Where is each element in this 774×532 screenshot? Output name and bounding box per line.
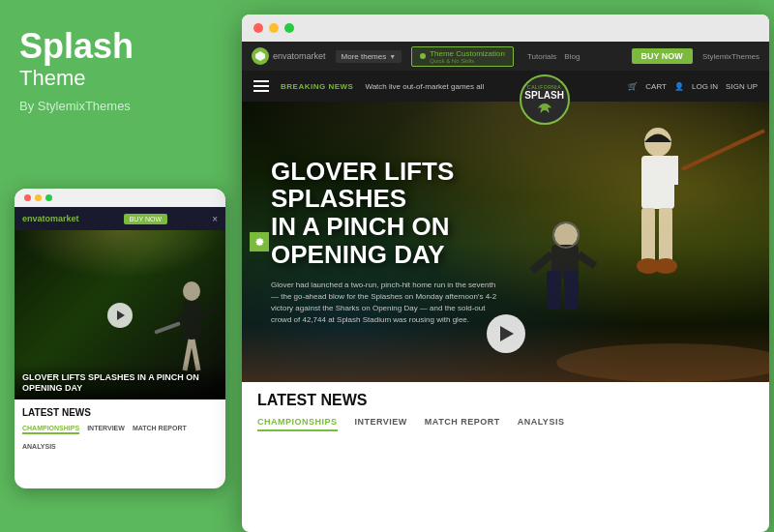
hamburger-line-3 bbox=[253, 90, 269, 92]
svg-point-7 bbox=[556, 343, 769, 382]
cart-label[interactable]: CART bbox=[645, 82, 667, 91]
theme-subtitle: Theme bbox=[19, 66, 218, 91]
svg-rect-17 bbox=[672, 156, 678, 185]
envato-author-label: StylemixThemes bbox=[702, 52, 759, 61]
mobile-play-icon bbox=[117, 310, 125, 320]
mobile-news-tabs: CHAMPIONSHIPS INTERVIEW MATCH REPORT ANA… bbox=[22, 424, 218, 451]
envato-logo: envatomarket bbox=[252, 47, 326, 65]
tab-interview[interactable]: INTERVIEW bbox=[355, 417, 407, 431]
bottom-section: LATEST NEWS CHAMPIONSHIPS INTERVIEW MATC… bbox=[242, 382, 769, 484]
signup-link[interactable]: SIGN UP bbox=[726, 82, 758, 91]
mobile-close-icon[interactable]: × bbox=[212, 214, 218, 224]
tab-match-report[interactable]: MATCH REPORT bbox=[425, 417, 500, 431]
tab-analysis[interactable]: ANALYSIS bbox=[518, 417, 565, 431]
svg-rect-10 bbox=[547, 271, 561, 310]
browser-dot-yellow bbox=[269, 23, 279, 33]
logo-animal-icon bbox=[534, 102, 555, 115]
browser-titlebar bbox=[242, 15, 769, 42]
mobile-latest-news-title: LATEST NEWS bbox=[22, 407, 218, 418]
envato-buy-now-button[interactable]: BUY NOW bbox=[632, 48, 693, 64]
mobile-hero-lights bbox=[15, 230, 225, 279]
mobile-mockup: envatomarket BUY NOW × bbox=[15, 189, 225, 488]
theme-title: Splash bbox=[19, 29, 218, 64]
news-tabs: CHAMPIONSHIPS INTERVIEW MATCH REPORT ANA… bbox=[257, 417, 754, 431]
tab-championships[interactable]: CHAMPIONSHIPS bbox=[257, 417, 338, 431]
svg-rect-19 bbox=[641, 208, 655, 266]
more-themes-dropdown[interactable]: More themes ▼ bbox=[336, 50, 402, 63]
logo-circle: CALIFORNIA SPLASH bbox=[520, 74, 570, 125]
mobile-play-button[interactable] bbox=[107, 303, 133, 328]
customization-label: Theme Customization bbox=[430, 49, 505, 58]
hamburger-menu-icon[interactable] bbox=[253, 80, 269, 92]
hamburger-line-1 bbox=[253, 80, 269, 82]
browser-dot-red bbox=[253, 23, 263, 33]
theme-customization-badge: Theme Customization Quick & No Skills bbox=[411, 46, 514, 67]
svg-line-3 bbox=[200, 308, 216, 317]
more-themes-label: More themes bbox=[342, 52, 387, 61]
browser-mockup: envatomarket More themes ▼ Theme Customi… bbox=[242, 15, 769, 532]
svg-rect-20 bbox=[659, 208, 672, 266]
green-dot-icon bbox=[420, 53, 426, 59]
hero-title: GLOVER LIFTS SPLASHES IN A PINCH ON OPEN… bbox=[271, 158, 503, 268]
svg-line-13 bbox=[579, 254, 595, 266]
login-link[interactable]: LOG IN bbox=[692, 82, 718, 91]
customization-label-group: Theme Customization Quick & No Skills bbox=[430, 49, 505, 64]
blog-link[interactable]: Blog bbox=[564, 52, 580, 61]
hero-settings-icon[interactable] bbox=[250, 232, 269, 251]
mobile-dot-yellow bbox=[35, 194, 42, 201]
hero-section: GLOVER LIFTS SPLASHES IN A PINCH ON OPEN… bbox=[242, 102, 769, 382]
svg-rect-16 bbox=[641, 156, 674, 209]
theme-by-label: By StylemixThemes bbox=[19, 99, 218, 113]
tutorials-link[interactable]: Tutorials bbox=[527, 52, 556, 61]
hero-title-line1: GLOVER LIFTS SPLASHES bbox=[271, 157, 454, 214]
breaking-news-label: BREAKING NEWS bbox=[281, 82, 353, 91]
mobile-dot-green bbox=[45, 194, 52, 201]
hero-title-line2: IN A PINCH ON OPENING DAY bbox=[271, 212, 449, 269]
svg-point-0 bbox=[183, 281, 200, 301]
mobile-bottom-section: LATEST NEWS CHAMPIONSHIPS INTERVIEW MATC… bbox=[15, 399, 225, 458]
svg-point-8 bbox=[554, 223, 578, 247]
mobile-hero-image: GLOVER LIFTS SPLASHES IN A PINCH ON OPEN… bbox=[15, 230, 225, 399]
svg-line-12 bbox=[532, 254, 551, 271]
mobile-hero-overlay: GLOVER LIFTS SPLASHES IN A PINCH ON OPEN… bbox=[15, 363, 225, 399]
hero-play-button[interactable] bbox=[487, 314, 525, 353]
left-panel: Splash Theme By StylemixThemes envatomar… bbox=[0, 0, 237, 532]
customization-sub: Quick & No Skills bbox=[430, 58, 505, 64]
site-logo: CALIFORNIA SPLASH bbox=[520, 61, 570, 111]
svg-rect-6 bbox=[154, 321, 181, 334]
more-themes-chevron: ▼ bbox=[389, 53, 396, 60]
play-icon bbox=[500, 326, 514, 341]
svg-rect-1 bbox=[183, 301, 200, 340]
svg-point-22 bbox=[654, 258, 677, 274]
cart-icon-text: 🛒 bbox=[628, 82, 638, 91]
breaking-news-text: Watch live out-of-market games all bbox=[365, 82, 484, 91]
mobile-hero-title: GLOVER LIFTS SPLASHES IN A PINCH ON OPEN… bbox=[22, 372, 218, 394]
envato-logo-text: envatomarket bbox=[273, 51, 326, 61]
svg-rect-11 bbox=[564, 271, 579, 310]
envato-nav-links: Tutorials Blog bbox=[527, 52, 580, 61]
hamburger-line-2 bbox=[253, 85, 269, 87]
mobile-tab-analysis[interactable]: ANALYSIS bbox=[22, 442, 56, 451]
logo-splash-text: SPLASH bbox=[524, 90, 564, 101]
latest-news-title: LATEST NEWS bbox=[257, 392, 754, 409]
mobile-logo: envatomarket bbox=[22, 214, 79, 223]
mobile-titlebar bbox=[15, 189, 225, 207]
mobile-topbar: envatomarket BUY NOW × bbox=[15, 207, 225, 230]
browser-dot-green bbox=[284, 23, 294, 33]
mobile-tab-interview[interactable]: INTERVIEW bbox=[87, 424, 125, 434]
header-right-nav: 🛒 CART 👤 LOG IN SIGN UP bbox=[628, 82, 758, 91]
mobile-tab-championships[interactable]: CHAMPIONSHIPS bbox=[22, 424, 79, 434]
mobile-dot-red bbox=[24, 194, 31, 201]
hero-description: Glover had launched a two-run, pinch-hit… bbox=[271, 280, 503, 326]
svg-line-18 bbox=[682, 131, 764, 169]
mobile-buy-button[interactable]: BUY NOW bbox=[124, 214, 167, 224]
site-header: BREAKING NEWS Watch live out-of-market g… bbox=[242, 71, 769, 102]
user-icon: 👤 bbox=[674, 82, 684, 91]
envato-navbar: envatomarket More themes ▼ Theme Customi… bbox=[242, 42, 769, 71]
mobile-tab-match-report[interactable]: MATCH REPORT bbox=[133, 424, 187, 434]
envato-icon bbox=[252, 47, 269, 65]
